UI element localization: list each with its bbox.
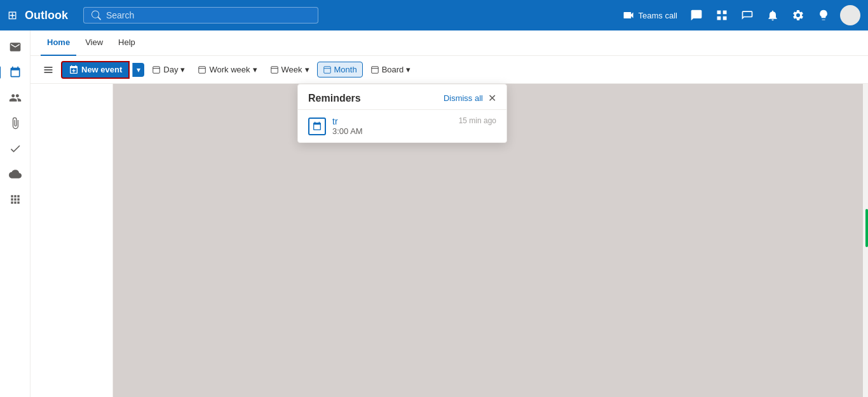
work-week-view-btn[interactable]: Work week ▾	[193, 62, 262, 77]
reminders-header: Reminders Dismiss all ✕	[298, 84, 506, 110]
video-icon	[622, 9, 635, 22]
svg-rect-6	[323, 66, 330, 73]
subnav-view[interactable]: View	[79, 30, 109, 56]
sidebar-item-attachments[interactable]	[4, 112, 27, 135]
reminder-calendar-icon	[308, 118, 326, 135]
search-icon	[92, 10, 101, 20]
grid-icon	[715, 9, 728, 22]
search-bar[interactable]	[83, 7, 318, 24]
scrollbar-thumb[interactable]	[865, 209, 868, 247]
lightbulb-icon	[817, 9, 830, 22]
main-calendar-area[interactable]: Reminders Dismiss all ✕ tr 3:00 AM	[113, 84, 863, 397]
sidebar-item-mail[interactable]	[4, 36, 27, 58]
top-bar-right: Teams call	[617, 5, 860, 25]
hamburger-icon	[43, 65, 53, 75]
grid-icon-btn[interactable]	[710, 6, 733, 24]
board-view-btn[interactable]: Board ▾	[365, 62, 416, 77]
reminders-actions: Dismiss all ✕	[444, 92, 496, 104]
week-chevron: ▾	[305, 65, 309, 74]
calendar-container: Reminders Dismiss all ✕ tr 3:00 AM	[31, 84, 868, 397]
week-label: Week	[281, 65, 302, 74]
reminder-event-name: tr	[332, 116, 452, 126]
work-week-icon	[198, 65, 207, 74]
reminder-content: tr 3:00 AM	[332, 116, 452, 136]
gear-icon-btn[interactable]	[787, 6, 810, 24]
board-icon	[370, 65, 379, 74]
content-area: Home View Help New event ▾ Day ▾	[31, 30, 868, 397]
reminders-popup: Reminders Dismiss all ✕ tr 3:00 AM	[297, 84, 507, 143]
teams-call-label: Teams call	[639, 11, 677, 20]
sidebar-item-cloud[interactable]	[4, 163, 27, 185]
svg-rect-0	[153, 66, 160, 73]
sub-nav: Home View Help	[31, 30, 868, 56]
work-week-label: Work week	[209, 65, 250, 74]
calendar-add-icon	[69, 65, 79, 75]
subnav-home[interactable]: Home	[41, 30, 76, 56]
svg-rect-4	[271, 66, 278, 73]
chat-icon-btn[interactable]	[685, 6, 708, 24]
new-event-label: New event	[81, 65, 122, 74]
sidebar-item-apps[interactable]	[4, 188, 27, 211]
day-label: Day	[163, 65, 178, 74]
day-view-btn[interactable]: Day ▾	[147, 62, 190, 77]
week-icon	[270, 65, 279, 74]
reminders-close-btn[interactable]: ✕	[488, 92, 496, 104]
work-week-chevron: ▾	[253, 65, 257, 74]
subnav-help[interactable]: Help	[112, 30, 142, 56]
reminder-event-time: 3:00 AM	[332, 126, 452, 136]
board-label: Board	[382, 65, 404, 74]
dismiss-all-btn[interactable]: Dismiss all	[444, 93, 483, 103]
waffle-icon[interactable]: ⊞	[8, 8, 17, 22]
gear-icon	[792, 9, 804, 22]
month-label: Month	[334, 65, 357, 74]
month-icon	[323, 65, 332, 74]
toolbar: New event ▾ Day ▾ Work week ▾ Week ▾ Mon…	[31, 56, 868, 84]
hamburger-btn[interactable]	[38, 62, 58, 77]
day-icon	[152, 65, 161, 74]
new-event-button[interactable]: New event	[61, 61, 130, 79]
new-event-dropdown-btn[interactable]: ▾	[132, 63, 144, 77]
reminder-item[interactable]: tr 3:00 AM 15 min ago	[298, 110, 506, 142]
message-icon-btn[interactable]	[736, 6, 759, 24]
mini-calendar-placeholder	[31, 84, 112, 397]
mini-calendar[interactable]	[31, 84, 113, 397]
reminders-title: Reminders	[308, 93, 361, 104]
main-layout: Home View Help New event ▾ Day ▾	[0, 30, 868, 397]
svg-rect-2	[199, 66, 206, 73]
teams-call-btn[interactable]: Teams call	[617, 6, 682, 24]
sidebar-item-calendar[interactable]	[4, 61, 27, 84]
reminder-timestamp: 15 min ago	[459, 116, 496, 125]
scrollbar[interactable]	[863, 84, 868, 397]
sidebar-item-people[interactable]	[4, 86, 27, 109]
avatar[interactable]	[840, 5, 860, 25]
month-view-btn[interactable]: Month	[317, 62, 363, 77]
lightbulb-icon-btn[interactable]	[812, 6, 835, 24]
chat-icon	[690, 9, 703, 22]
board-chevron: ▾	[406, 65, 410, 74]
sidebar	[0, 30, 31, 397]
app-title: Outlook	[25, 9, 68, 22]
message-icon	[741, 9, 754, 22]
svg-rect-8	[371, 66, 378, 73]
top-bar: ⊞ Outlook Teams call	[0, 0, 868, 30]
bell-icon-btn[interactable]	[761, 6, 784, 24]
day-chevron: ▾	[180, 65, 185, 74]
week-view-btn[interactable]: Week ▾	[265, 62, 315, 77]
sidebar-item-tasks[interactable]	[4, 137, 27, 160]
search-input[interactable]	[106, 10, 310, 20]
bell-icon	[766, 9, 779, 22]
